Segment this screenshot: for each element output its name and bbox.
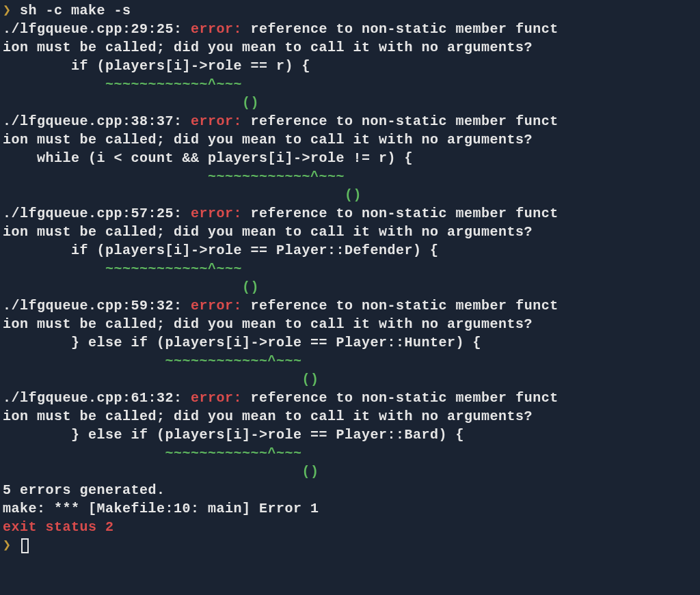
error-location: ./lfgqueue.cpp:61:32: error: reference t… xyxy=(3,389,697,407)
error-code-line: } else if (players[i]->role == Player::B… xyxy=(3,426,697,444)
error-message-cont: ion must be called; did you mean to call… xyxy=(3,223,697,241)
error-location: ./lfgqueue.cpp:29:25: error: reference t… xyxy=(3,20,697,38)
error-summary: 5 errors generated. xyxy=(3,481,697,499)
error-fixit: () xyxy=(3,462,697,481)
terminal-output: ❯ sh -c make -s ./lfgqueue.cpp:29:25: er… xyxy=(3,1,697,555)
error-code-line: if (players[i]->role == Player::Defender… xyxy=(3,241,697,260)
error-underline: ~~~~~~~~~~~~^~~~ xyxy=(3,444,697,462)
error-fixit: () xyxy=(3,370,697,389)
error-location: ./lfgqueue.cpp:38:37: error: reference t… xyxy=(3,112,697,130)
error-label: error: xyxy=(191,298,242,314)
error-label: error: xyxy=(191,390,242,406)
error-message-cont: ion must be called; did you mean to call… xyxy=(3,407,697,426)
error-fixit: () xyxy=(3,278,697,296)
error-underline: ~~~~~~~~~~~~^~~~ xyxy=(3,352,697,370)
prompt-icon: ❯ xyxy=(3,538,12,553)
error-label: error: xyxy=(191,113,242,129)
error-label: error: xyxy=(191,206,242,221)
prompt-line[interactable]: ❯ sh -c make -s xyxy=(3,1,697,20)
make-error: make: *** [Makefile:10: main] Error 1 xyxy=(3,499,697,518)
error-message-cont: ion must be called; did you mean to call… xyxy=(3,38,697,57)
error-code-line: } else if (players[i]->role == Player::H… xyxy=(3,333,697,352)
error-underline: ~~~~~~~~~~~~^~~~ xyxy=(3,260,697,278)
error-location: ./lfgqueue.cpp:57:25: error: reference t… xyxy=(3,204,697,223)
prompt-line[interactable]: ❯ xyxy=(3,536,697,555)
exit-status: exit status 2 xyxy=(3,518,697,536)
error-fixit: () xyxy=(3,94,697,112)
command-text: sh -c make -s xyxy=(12,3,131,18)
error-message-cont: ion must be called; did you mean to call… xyxy=(3,315,697,333)
error-label: error: xyxy=(191,21,242,37)
error-code-line: while (i < count && players[i]->role != … xyxy=(3,149,697,167)
error-fixit: () xyxy=(3,186,697,204)
prompt-icon: ❯ xyxy=(3,3,12,18)
error-location: ./lfgqueue.cpp:59:32: error: reference t… xyxy=(3,296,697,315)
error-underline: ~~~~~~~~~~~~^~~~ xyxy=(3,75,697,94)
error-underline: ~~~~~~~~~~~~^~~~ xyxy=(3,167,697,186)
error-message-cont: ion must be called; did you mean to call… xyxy=(3,130,697,149)
cursor-icon xyxy=(21,538,29,553)
error-code-line: if (players[i]->role == r) { xyxy=(3,57,697,75)
